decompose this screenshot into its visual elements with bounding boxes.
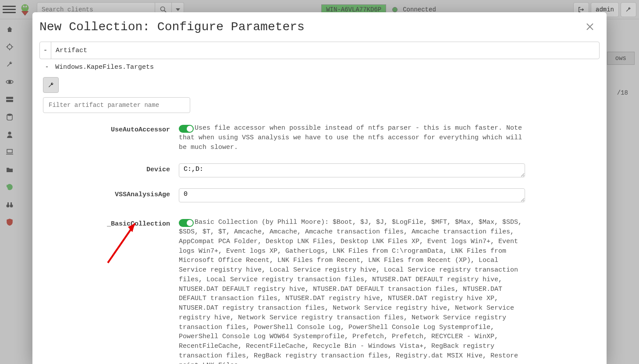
artifact-name: Windows.KapeFiles.Targets [55, 64, 154, 71]
param-row-vssanalysisage: VSSAnalysisAge 0 [39, 186, 600, 207]
new-collection-modal: New Collection: Configure Parameters - A… [32, 12, 607, 364]
param-label: UseAutoAccessor [39, 124, 179, 152]
configure-tool-button[interactable] [43, 77, 59, 93]
param-label: VSSAnalysisAge [39, 188, 179, 205]
param-row-basiccollection: _BasicCollection Basic Collection (by Ph… [39, 215, 600, 364]
vssanalysisage-input[interactable]: 0 [179, 188, 525, 202]
param-description: Basic Collection (by Phill Moore): $Boot… [179, 219, 522, 364]
device-input[interactable]: C:,D: [179, 163, 525, 177]
filter-parameter-input[interactable] [43, 97, 190, 113]
artifact-item[interactable]: - Windows.KapeFiles.Targets [39, 59, 600, 75]
basiccollection-toggle[interactable] [179, 219, 194, 227]
param-row-device: Device C:,D: [39, 161, 600, 182]
collapse-icon: - [43, 64, 51, 71]
param-label: Device [39, 163, 179, 180]
collapse-icon: - [40, 42, 51, 59]
modal-title: New Collection: Configure Parameters [39, 20, 305, 34]
artifact-accordion-header[interactable]: - Artifact [39, 42, 600, 59]
wrench-icon [48, 82, 54, 88]
useautoaccessor-toggle[interactable] [179, 125, 194, 133]
modal-close-button[interactable] [586, 22, 595, 32]
param-row-useautoaccessor: UseAutoAccessor Uses file accessor when … [39, 121, 600, 155]
param-description: Uses file accessor when possible instead… [179, 124, 522, 151]
artifact-header-label: Artifact [51, 47, 92, 54]
param-label: _BasicCollection [39, 218, 179, 364]
close-icon [586, 22, 595, 31]
